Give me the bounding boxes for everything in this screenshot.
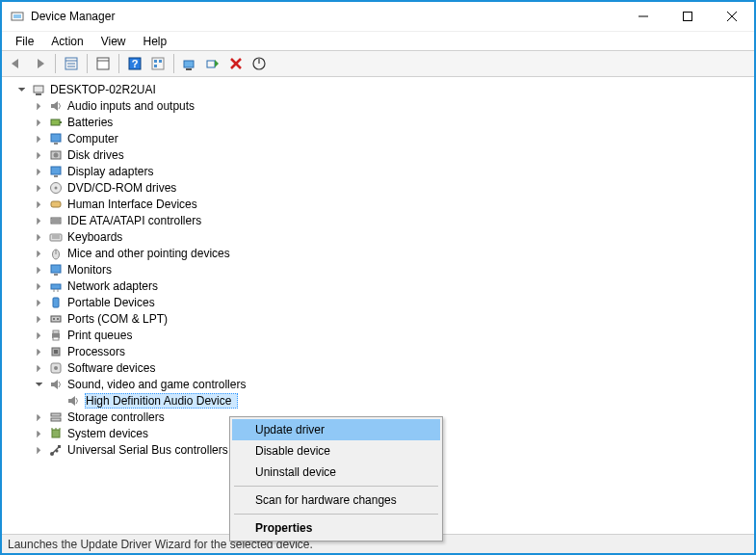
chevron-right-icon[interactable]: ⏵ bbox=[33, 329, 46, 342]
device-manager-window: Device Manager File Action View Help ? ⏷… bbox=[0, 0, 756, 555]
speaker-icon bbox=[48, 98, 64, 114]
uninstall-button[interactable] bbox=[225, 53, 247, 74]
chevron-right-icon[interactable]: ⏵ bbox=[33, 427, 46, 440]
tree-node-label: Print queues bbox=[67, 329, 132, 342]
context-menu-separator bbox=[234, 514, 438, 515]
computer-icon bbox=[31, 82, 46, 97]
software-icon bbox=[48, 360, 64, 376]
chevron-right-icon[interactable]: ⏵ bbox=[33, 198, 46, 211]
minimize-button[interactable] bbox=[621, 2, 665, 31]
update-driver-button[interactable] bbox=[179, 53, 200, 74]
svg-rect-27 bbox=[60, 121, 62, 123]
hid-icon bbox=[48, 197, 64, 212]
show-hide-tree-button[interactable] bbox=[61, 53, 82, 74]
tree-category-node[interactable]: ⏵DVD/CD-ROM drives bbox=[8, 179, 748, 196]
speaker-icon bbox=[65, 393, 81, 409]
tree-category-node[interactable]: ⏵Display adapters bbox=[8, 163, 748, 179]
chevron-right-icon[interactable]: ⏵ bbox=[33, 296, 46, 309]
chevron-right-icon[interactable]: ⏵ bbox=[33, 148, 46, 162]
menu-view[interactable]: View bbox=[93, 33, 134, 50]
monitor-icon bbox=[48, 262, 64, 278]
chevron-right-icon[interactable]: ⏵ bbox=[33, 132, 46, 145]
chevron-right-icon[interactable]: ⏵ bbox=[33, 99, 46, 113]
tree-category-node[interactable]: ⏵Batteries bbox=[8, 114, 748, 130]
chevron-spacer bbox=[50, 394, 64, 408]
chevron-right-icon[interactable]: ⏵ bbox=[33, 361, 46, 375]
svg-rect-17 bbox=[154, 65, 157, 67]
svg-rect-45 bbox=[51, 265, 61, 273]
svg-rect-50 bbox=[53, 298, 59, 307]
back-button[interactable] bbox=[6, 53, 27, 74]
tree-category-node[interactable]: ⏵Mice and other pointing devices bbox=[8, 245, 748, 261]
tree-category-node[interactable]: ⏵Disk drives bbox=[8, 146, 748, 163]
tree-node-label: Software devices bbox=[67, 361, 155, 375]
context-menu-item-uninstall-device[interactable]: Uninstall device bbox=[232, 462, 440, 483]
context-menu: Update driverDisable deviceUninstall dev… bbox=[229, 416, 443, 542]
chevron-right-icon[interactable]: ⏵ bbox=[33, 443, 46, 457]
svg-rect-70 bbox=[58, 445, 61, 448]
chevron-down-icon[interactable]: ⏷ bbox=[15, 83, 29, 96]
context-menu-item-update-driver[interactable]: Update driver bbox=[232, 419, 440, 440]
devices-by-type-button[interactable] bbox=[147, 53, 169, 74]
svg-rect-63 bbox=[52, 430, 60, 437]
port-icon bbox=[48, 311, 64, 327]
svg-rect-32 bbox=[51, 167, 61, 174]
tree-node-label: Mice and other pointing devices bbox=[67, 247, 230, 260]
tree-category-node[interactable]: ⏵Portable Devices bbox=[8, 294, 748, 310]
forward-button[interactable] bbox=[29, 53, 50, 74]
svg-rect-16 bbox=[159, 60, 162, 63]
menu-file[interactable]: File bbox=[8, 33, 41, 50]
tree-category-node[interactable]: ⏵Ports (COM & LPT) bbox=[8, 310, 748, 327]
chevron-right-icon[interactable]: ⏵ bbox=[33, 247, 46, 260]
menu-help[interactable]: Help bbox=[136, 33, 175, 50]
disk-icon bbox=[48, 147, 64, 163]
tree-node-label: Keyboards bbox=[67, 230, 122, 244]
properties-button[interactable] bbox=[92, 53, 114, 74]
chevron-right-icon[interactable]: ⏵ bbox=[33, 312, 46, 326]
help-button[interactable]: ? bbox=[124, 53, 145, 74]
tree-category-node[interactable]: ⏵Computer bbox=[8, 130, 748, 146]
chevron-right-icon[interactable]: ⏵ bbox=[33, 181, 46, 195]
svg-rect-61 bbox=[51, 413, 61, 416]
tree-root-node[interactable]: ⏷DESKTOP-02R2UAI bbox=[8, 81, 748, 97]
chevron-down-icon[interactable]: ⏷ bbox=[33, 378, 46, 391]
svg-rect-20 bbox=[207, 61, 215, 67]
svg-rect-25 bbox=[36, 93, 41, 95]
chevron-right-icon[interactable]: ⏵ bbox=[33, 410, 46, 424]
svg-rect-51 bbox=[51, 316, 61, 322]
tree-node-label: Human Interface Devices bbox=[67, 198, 197, 211]
tree-category-node[interactable]: ⏵Human Interface Devices bbox=[8, 196, 748, 212]
tree-category-node[interactable]: ⏵Monitors bbox=[8, 261, 748, 278]
tree-category-node[interactable]: ⏵IDE ATA/ATAPI controllers bbox=[8, 212, 748, 228]
tree-device-node[interactable]: High Definition Audio Device bbox=[8, 392, 748, 409]
tree-category-node[interactable]: ⏵Network adapters bbox=[8, 278, 748, 294]
tree-category-node[interactable]: ⏷Sound, video and game controllers bbox=[8, 376, 748, 392]
tree-category-node[interactable]: ⏵Audio inputs and outputs bbox=[8, 97, 748, 114]
monitor-icon bbox=[48, 131, 64, 146]
chevron-right-icon[interactable]: ⏵ bbox=[33, 230, 46, 244]
maximize-button[interactable] bbox=[665, 2, 710, 31]
tree-category-node[interactable]: ⏵Software devices bbox=[8, 359, 748, 376]
menu-action[interactable]: Action bbox=[43, 33, 91, 50]
tree-category-node[interactable]: ⏵Processors bbox=[8, 343, 748, 359]
chevron-right-icon[interactable]: ⏵ bbox=[33, 279, 46, 293]
svg-rect-55 bbox=[53, 330, 59, 333]
svg-rect-33 bbox=[54, 175, 58, 177]
titlebar: Device Manager bbox=[2, 2, 754, 31]
tree-category-node[interactable]: ⏵Keyboards bbox=[8, 228, 748, 245]
tree-category-node[interactable]: ⏵Print queues bbox=[8, 327, 748, 343]
svg-point-35 bbox=[55, 186, 58, 189]
context-menu-item-disable-device[interactable]: Disable device bbox=[232, 440, 440, 462]
chevron-right-icon[interactable]: ⏵ bbox=[33, 263, 46, 277]
chevron-right-icon[interactable]: ⏵ bbox=[33, 116, 46, 129]
tree-node-label: IDE ATA/ATAPI controllers bbox=[67, 214, 201, 227]
svg-text:?: ? bbox=[132, 58, 139, 69]
disable-button[interactable] bbox=[248, 53, 270, 74]
scan-hardware-button[interactable] bbox=[202, 53, 223, 74]
close-button[interactable] bbox=[710, 2, 754, 31]
context-menu-item-properties[interactable]: Properties bbox=[232, 517, 440, 539]
context-menu-item-scan-for-hardware-changes[interactable]: Scan for hardware changes bbox=[232, 489, 440, 511]
chevron-right-icon[interactable]: ⏵ bbox=[33, 345, 46, 358]
chevron-right-icon[interactable]: ⏵ bbox=[33, 165, 46, 178]
chevron-right-icon[interactable]: ⏵ bbox=[33, 214, 46, 227]
